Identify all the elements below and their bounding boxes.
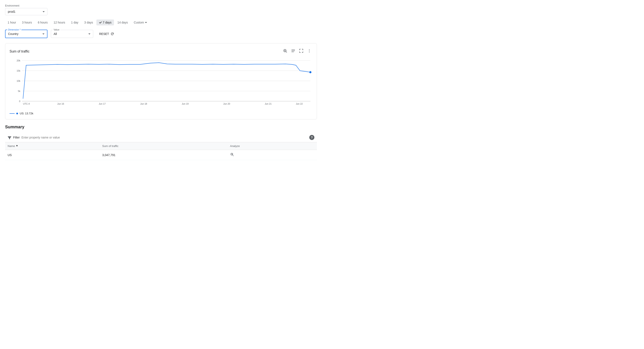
filter-icon	[8, 136, 12, 139]
time-btn-custom[interactable]: Custom	[131, 20, 149, 26]
refresh-icon	[110, 32, 114, 36]
environment-selector[interactable]: prod1	[5, 8, 48, 15]
filter-label: Filter	[13, 136, 20, 139]
svg-text:UTC-4: UTC-4	[23, 102, 30, 105]
svg-point-30	[231, 153, 233, 155]
svg-text:Jun 18: Jun 18	[140, 102, 147, 105]
checkmark-icon	[99, 21, 102, 24]
filters-row: Dimension * Country Value All RESET	[5, 30, 317, 38]
svg-text:Jun 16: Jun 16	[57, 102, 64, 105]
time-btn-6h[interactable]: 6 hours	[35, 20, 50, 26]
legend-line	[10, 113, 14, 114]
fullscreen-button[interactable]	[298, 48, 304, 55]
summary-table: Name Sum of traffic Analyze US 3,047,791	[5, 142, 317, 160]
cell-sum-traffic: 3,047,791	[100, 150, 228, 160]
chart-legend: US: 13.72k	[10, 112, 312, 115]
dimension-value: Country	[8, 32, 18, 36]
env-label: Environment	[5, 4, 317, 7]
chart-title: Sum of traffic	[10, 50, 30, 53]
more-button[interactable]	[306, 48, 312, 55]
time-btn-1d[interactable]: 1 day	[69, 20, 81, 26]
table-row: US 3,047,791	[5, 150, 317, 160]
env-value: prod1	[8, 10, 16, 13]
chart-actions	[282, 48, 312, 55]
svg-point-7	[309, 49, 310, 50]
cell-name: US	[5, 150, 100, 160]
time-btn-3h[interactable]: 3 hours	[20, 20, 34, 26]
chart-card: Sum of traffic	[5, 43, 317, 120]
legend-label: US: 13.72k	[20, 112, 33, 115]
time-btn-12h[interactable]: 12 hours	[51, 20, 68, 26]
dimension-dropdown[interactable]: Dimension * Country	[5, 30, 48, 38]
chevron-down-icon	[42, 11, 45, 12]
legend-dot	[16, 113, 18, 114]
time-btn-7d[interactable]: 7 days	[96, 20, 114, 26]
reset-label: RESET	[99, 32, 109, 36]
summary-title: Summary	[5, 124, 317, 130]
col-name[interactable]: Name	[5, 142, 100, 150]
chevron-down-icon	[88, 34, 90, 34]
value-dropdown[interactable]: Value All	[51, 30, 93, 38]
chevron-down-icon	[42, 34, 44, 34]
svg-text:0: 0	[19, 100, 20, 102]
summary-filter-bar: Filter ?	[5, 133, 317, 142]
time-btn-1h[interactable]: 1 hour	[5, 20, 19, 26]
svg-point-8	[309, 50, 310, 51]
value-selected: All	[54, 32, 57, 36]
svg-line-31	[232, 155, 234, 156]
chevron-down-icon	[145, 22, 147, 23]
svg-line-1	[286, 52, 287, 53]
help-button[interactable]: ?	[309, 135, 314, 140]
value-field-label: Value	[53, 28, 60, 31]
dimension-field-label: Dimension *	[7, 28, 22, 31]
col-analyze: Analyze	[228, 142, 317, 150]
svg-text:Jun 20: Jun 20	[223, 102, 230, 105]
svg-point-29	[309, 71, 312, 73]
svg-text:Jun 19: Jun 19	[182, 102, 188, 105]
svg-text:Jun 17: Jun 17	[99, 102, 106, 105]
chart-header: Sum of traffic	[10, 48, 312, 55]
analyze-icon[interactable]	[230, 152, 234, 157]
svg-text:10k: 10k	[17, 80, 20, 82]
chart-area: 20k 15k 10k 5k 0 UTC-4 Jun 16 Jun 17 Jun…	[10, 58, 312, 109]
time-btn-14d[interactable]: 14 days	[115, 20, 130, 26]
svg-text:Jun 21: Jun 21	[265, 102, 272, 105]
col-sum-traffic: Sum of traffic	[100, 142, 228, 150]
reset-button[interactable]: RESET	[96, 30, 117, 38]
filter-input[interactable]	[22, 136, 308, 139]
svg-text:5k: 5k	[18, 90, 20, 92]
sort-asc-icon	[16, 144, 18, 147]
time-range-bar: 1 hour 3 hours 6 hours 12 hours 1 day 3 …	[5, 20, 317, 26]
cell-analyze[interactable]	[228, 150, 317, 160]
svg-text:15k: 15k	[17, 70, 20, 72]
zoom-button[interactable]	[282, 48, 288, 55]
chart-svg: 20k 15k 10k 5k 0 UTC-4 Jun 16 Jun 17 Jun…	[10, 58, 312, 109]
summary-section: Summary Filter ? Name Sum of traffic	[5, 124, 317, 160]
legend-button[interactable]	[290, 48, 296, 55]
svg-text:20k: 20k	[17, 59, 20, 62]
svg-point-9	[309, 52, 310, 52]
time-btn-3d[interactable]: 3 days	[82, 20, 96, 26]
svg-text:Jun 22: Jun 22	[296, 102, 303, 105]
